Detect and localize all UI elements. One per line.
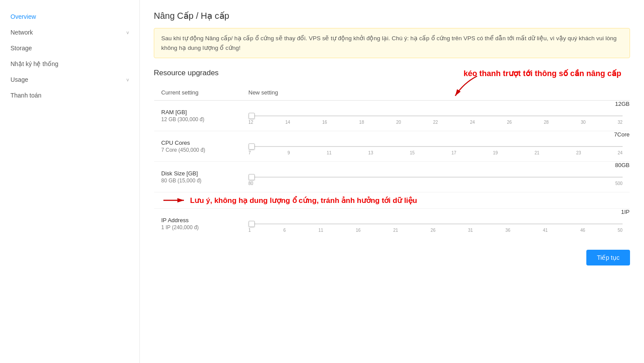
footer-row: Tiếp tục [154,250,630,265]
slider-cpu[interactable] [249,146,623,147]
slider-labels-cpu: 791113151719212324 [249,150,623,155]
slider-labels-disk: 80500 [249,181,623,186]
sidebar: OverviewNetworkvStorageNhật ký hệ thốngU… [0,0,140,363]
sidebar-item-label: Network [10,29,33,36]
sidebar-item-label: Nhật ký hệ thống [10,60,59,67]
annotation-bottom-row: Lưu ý, không hạ dung lượng ổ cứng, tránh… [154,192,630,209]
chevron-icon: v [127,77,129,82]
table-row: CPU Cores 7 Core (450,000 đ) 79111315171… [154,131,630,162]
table-row: IP Address 1 IP (240,000 đ) 161116212631… [154,209,630,239]
slider-labels-ram: 1214161820222426283032 [249,120,623,125]
sidebar-item-nhat-ky[interactable]: Nhật ký hệ thống [0,56,139,72]
slider-value-ip: 1IP [621,209,630,215]
sidebar-item-label: Thanh toán [10,92,42,99]
resource-price: 1 IP (240,000 đ) [161,224,235,230]
slider-wrapper: 80500 [249,168,623,186]
arrow-top-icon [447,74,481,100]
sidebar-item-thanh-toan[interactable]: Thanh toán [0,87,139,103]
slider-ram[interactable] [249,115,623,116]
main-content: Nâng Cấp / Hạ cấp Sau khi tự động Nâng c… [140,0,644,363]
resource-name: RAM [GB] [161,109,235,115]
col-new-setting: New setting [242,85,630,101]
chevron-icon: v [127,30,129,35]
warning-box: Sau khi tự động Nâng cấp/ hạ cấp ổ cứng … [154,28,630,58]
annotation-bottom-text: Lưu ý, không hạ dung lượng ổ cứng, tránh… [190,196,417,205]
sidebar-item-label: Usage [10,76,28,83]
slider-value-disk: 80GB [615,162,630,168]
resource-price: 7 Core (450,000 đ) [161,147,235,153]
arrow-bottom-icon [161,194,187,206]
table-row: RAM [GB] 12 GB (300,000 đ) 1214161820222… [154,101,630,131]
resource-table: Current setting New setting RAM [GB] 12 … [154,84,630,239]
resource-name: IP Address [161,217,235,223]
sidebar-item-storage[interactable]: Storage [0,40,139,56]
sidebar-item-label: Storage [10,45,32,52]
continue-button[interactable]: Tiếp tục [586,250,630,265]
sidebar-item-overview[interactable]: Overview [0,9,139,24]
resource-price: 80 GB (15,000 đ) [161,178,235,184]
slider-value-ram: 12GB [615,101,630,107]
page-title: Nâng Cấp / Hạ cấp [154,10,630,21]
slider-value-cpu: 7Core [614,131,630,138]
slider-ip[interactable] [249,223,623,224]
resource-name: Disk Size [GB] [161,170,235,177]
sidebar-item-network[interactable]: Networkv [0,24,139,40]
resource-price: 12 GB (300,000 đ) [161,116,235,122]
sidebar-item-usage[interactable]: Usagev [0,72,139,87]
annotation-top: kéo thanh trượt tới thông số cần nâng cấ… [464,69,621,78]
slider-labels-ip: 16111621263136414650 [249,228,623,233]
col-current-setting: Current setting [154,85,242,101]
table-row: Disk Size [GB] 80 GB (15,000 đ) 80500 80… [154,162,630,192]
sidebar-item-label: Overview [10,13,36,20]
slider-disk[interactable] [249,177,623,178]
resource-name: CPU Cores [161,140,235,146]
slider-wrapper: 16111621263136414650 [249,215,623,233]
slider-wrapper: 791113151719212324 [249,137,623,155]
slider-wrapper: 1214161820222426283032 [249,107,623,125]
